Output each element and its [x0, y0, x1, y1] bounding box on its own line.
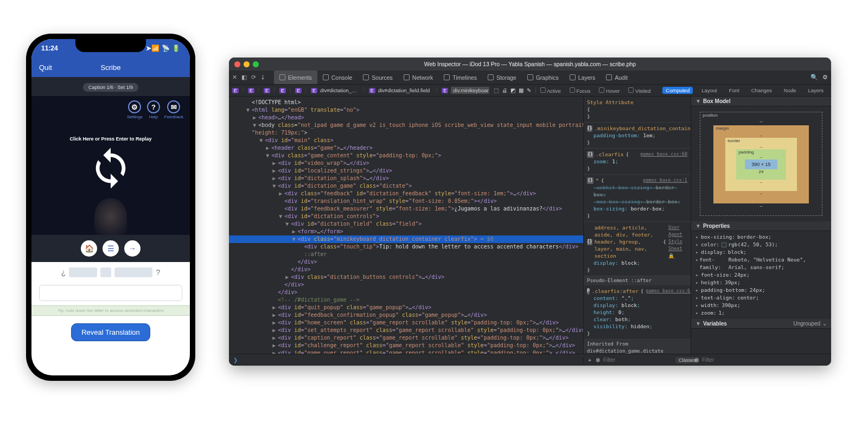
dictation-input[interactable] — [39, 285, 182, 301]
computed-prop[interactable]: ▸box-sizing:border-box; — [695, 233, 827, 241]
force-state-icon[interactable]: ⬚ — [494, 87, 499, 93]
list-button[interactable]: ☰ — [103, 240, 119, 257]
computed-prop[interactable]: ▸padding-bottom:24px; — [695, 286, 827, 294]
dom-line[interactable]: ▼<div id="dictation_field" class="field"… — [229, 220, 583, 228]
style-rule[interactable]: {}.minikeyboard_dictation_container {scr… — [584, 123, 691, 149]
dom-line[interactable]: ▼<div id="dictation_game" class="dictate… — [229, 182, 583, 190]
dom-line[interactable]: ▼<div class="game_content" style="paddin… — [229, 152, 583, 159]
computed-prop[interactable]: ▸font-size:24px; — [695, 271, 827, 279]
dom-line[interactable]: ▶<div id="challenge_report" class="game_… — [229, 342, 583, 349]
dock-icon[interactable]: ◧ — [241, 74, 247, 81]
dom-line[interactable]: ▶<div id="dictation_splash">…</div> — [229, 175, 583, 182]
quit-button[interactable]: Quit — [39, 63, 66, 72]
dom-line[interactable]: <!-- /#dictation_game --> — [229, 296, 583, 304]
search-icon[interactable]: 🔍 — [810, 74, 818, 81]
dom-line[interactable]: ▶<div id="set_attempts_report" class="ga… — [229, 327, 583, 334]
subtab-node[interactable]: Node — [781, 87, 800, 94]
dom-line[interactable]: ▼<div id="dictation_controls"> — [229, 213, 583, 220]
tab-network[interactable]: Network — [398, 71, 439, 84]
subtab-computed[interactable]: Computed — [662, 87, 693, 94]
dom-tree[interactable]: <!DOCTYPE html> ▼<html lang="enGB" trans… — [229, 97, 584, 354]
dom-line[interactable]: ▶<div class="dictation_buttons controls"… — [229, 273, 583, 281]
maximize-icon[interactable] — [253, 61, 259, 67]
tab-graphics[interactable]: Graphics — [522, 71, 564, 84]
dom-line[interactable]: ▼<html lang="enGB" translate="no"> — [229, 106, 583, 114]
computed-filter-input[interactable] — [702, 357, 828, 363]
dom-line[interactable]: ▶<div id="video_wrap">…</div> — [229, 159, 583, 167]
tab-audit[interactable]: Audit — [601, 71, 633, 84]
minimize-icon[interactable] — [244, 61, 250, 67]
subtab-changes[interactable]: Changes — [748, 87, 775, 94]
computed-prop[interactable]: ▸font-family:Roboto, "Helvetica Neue", A… — [695, 256, 827, 271]
variables-header[interactable]: ▼VariablesUngrouped⌄ — [691, 319, 831, 329]
dom-line[interactable]: ▼<div class="minikeyboard_dictation_cont… — [229, 235, 583, 243]
pseudo-active[interactable]: Active — [540, 87, 561, 94]
close-x-icon[interactable]: ✕ — [232, 74, 237, 81]
feedback-button[interactable]: ✉Feedback — [164, 100, 183, 119]
dom-line[interactable]: </div> — [229, 266, 583, 273]
dom-line[interactable]: ▼<div id="main" class> — [229, 137, 583, 144]
settings-icon[interactable]: ⚙ — [822, 74, 828, 81]
dom-line[interactable]: ▶<div id="quit_popup" class="game_popup"… — [229, 304, 583, 311]
styles-filter-input[interactable] — [603, 357, 672, 363]
computed-prop[interactable]: ▸color:rgb(42, 50, 53); — [695, 241, 827, 248]
dom-line[interactable]: </div> — [229, 258, 583, 266]
dom-line[interactable]: </div> — [229, 281, 583, 289]
computed-prop[interactable]: ▸display:block; — [695, 248, 827, 256]
style-rule[interactable]: Style Attribute{} — [584, 97, 691, 123]
computed-prop[interactable]: ▸width:390px; — [695, 302, 827, 309]
tab-sources[interactable]: Sources — [358, 71, 398, 84]
titlebar[interactable]: Web Inspector — iDod 13 Pro — Yabla Span… — [229, 58, 831, 71]
reveal-button[interactable]: Reveal Translation — [71, 323, 150, 341]
style-rule[interactable]: {}* {games_base.css:1-webkit-box-sizing:… — [584, 175, 691, 222]
tab-timelines[interactable]: Timelines — [438, 71, 482, 84]
help-button[interactable]: ?Help — [147, 100, 160, 119]
download-icon[interactable]: ⤓ — [260, 74, 265, 81]
dom-line[interactable]: ::after — [229, 251, 583, 258]
settings-button[interactable]: ⚙Settings — [127, 100, 143, 119]
pseudo-visited[interactable]: Visited — [628, 87, 650, 94]
dom-line[interactable]: ▶<div id="home_screen" class="game_repor… — [229, 319, 583, 327]
subtab-font[interactable]: Font — [726, 87, 743, 94]
computed-pane[interactable]: ▼Box Model position– margin– border– pad… — [691, 97, 831, 354]
dom-line[interactable]: <div id="feedback_measurer" style="font-… — [229, 205, 583, 213]
pseudo-focus[interactable]: Focus — [570, 87, 591, 94]
print-icon[interactable]: 🖨 — [502, 87, 507, 93]
dom-line[interactable]: ▼<body class="not_ipad game d_game v2 is… — [229, 122, 583, 129]
breadcrumb[interactable]: E〉E〉E〉E〉E〉Ediv#dictation_…〉Ediv#dictatio… — [229, 87, 489, 94]
dom-line[interactable]: ▶<div id="localized_strings">…</div> — [229, 167, 583, 175]
video-area[interactable]: ⚙Settings ?Help ✉Feedback Click Here or … — [31, 96, 190, 235]
styles-pane[interactable]: Style Attribute{}{}.minikeyboard_dictati… — [584, 97, 691, 354]
pseudo-hover[interactable]: Hover — [599, 87, 620, 94]
dom-line[interactable]: ▶<div class="feedback" id="dictation_fee… — [229, 190, 583, 197]
reload-icon[interactable]: ⟳ — [251, 74, 256, 81]
replay-icon[interactable] — [88, 146, 133, 190]
tab-console[interactable]: Console — [317, 71, 358, 84]
dom-line[interactable]: ▶<header class="game">…</header> — [229, 144, 583, 152]
subtab-layout[interactable]: Layout — [698, 87, 720, 94]
dom-line[interactable]: <div class="touch_tip">Tip: hold down th… — [229, 243, 583, 251]
computed-prop[interactable]: ▸zoom:1; — [695, 309, 827, 317]
traffic-lights[interactable] — [234, 61, 259, 67]
dom-line[interactable]: ▶<div id="game_over_report" class="game_… — [229, 349, 583, 354]
computed-prop[interactable]: ▸text-align:center; — [695, 294, 827, 302]
console-prompt[interactable]: ❯ — [229, 357, 584, 363]
home-button[interactable]: 🏠 — [81, 240, 97, 257]
next-button[interactable]: → — [124, 240, 141, 257]
dom-line[interactable]: ▶<head>…</head> — [229, 114, 583, 122]
dom-line[interactable]: </div> — [229, 289, 583, 296]
grid-icon[interactable]: ▦ — [519, 87, 524, 93]
style-rule[interactable]: {}.clearfix {games_base.css:68zoom: 1;} — [584, 149, 691, 175]
paint-icon[interactable]: ◩ — [510, 87, 515, 93]
box-model-header[interactable]: ▼Box Model — [691, 97, 831, 106]
computed-prop[interactable]: ▸height:39px; — [695, 279, 827, 286]
close-icon[interactable] — [234, 61, 240, 67]
style-rule[interactable]: {}address, article, aside, div, footer, … — [584, 222, 691, 276]
subtab-layers[interactable]: Layers — [805, 87, 827, 94]
tab-elements[interactable]: Elements — [274, 71, 317, 84]
dom-line[interactable]: ▶<div id="caption_report" class="game_re… — [229, 334, 583, 342]
dom-line[interactable]: ▶<form>…</form> — [229, 228, 583, 235]
add-rule-icon[interactable]: ＋ — [587, 356, 592, 364]
tab-storage[interactable]: Storage — [482, 71, 522, 84]
style-rule[interactable]: P.clearfix:after {games_base.css:61conte… — [584, 285, 691, 340]
